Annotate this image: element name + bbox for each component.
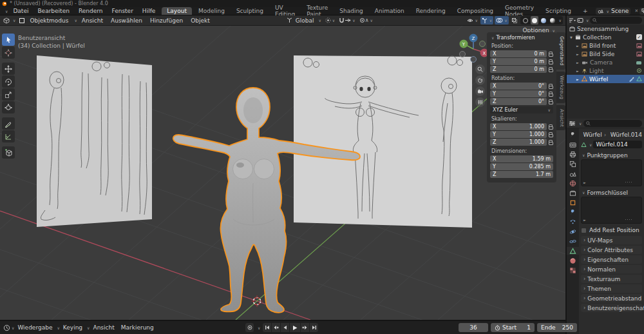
properties-search-input[interactable] [583,120,642,127]
lock-icon[interactable] [549,61,553,64]
tab-compositing[interactable]: Compositing [452,7,498,15]
overlays-toggle[interactable]: ∨ [495,16,508,25]
menu-hinzufuegen[interactable]: Hinzufügen [147,17,186,24]
scale-x-field[interactable]: X1.000 [490,123,547,130]
pivot-point-dropdown[interactable]: ∨ [324,16,336,25]
editor-type-icon[interactable] [3,17,10,24]
tab-modeling[interactable]: Modeling [193,7,230,15]
tool-rotate[interactable] [2,75,15,88]
dimension-y-field[interactable]: Y0.285 m [490,163,553,170]
tab-scene[interactable] [567,170,579,177]
image-data-icon[interactable] [636,43,642,48]
viewport-canvas[interactable]: Z X Y Benutzeransicht (34) Collection | … [0,26,565,320]
shading-rendered-button[interactable] [549,16,556,25]
tab-constraints[interactable] [567,237,579,245]
outliner-search-input[interactable] [590,17,642,24]
lock-icon[interactable] [549,86,553,89]
xray-toggle[interactable] [510,16,519,25]
expand-icon[interactable]: ► [576,44,580,48]
shading-wireframe-button[interactable] [522,16,529,25]
menu-ansicht-timeline[interactable]: Ansicht [90,324,117,331]
rotation-mode-dropdown[interactable]: XYZ Euler∨ [490,106,553,113]
expand-icon[interactable]: ▼ [569,35,573,39]
resize-grip[interactable] [625,219,632,221]
jump-to-start-button[interactable] [263,323,271,332]
tab-world[interactable] [567,179,579,187]
menu-wiedergabe[interactable]: Wiedergabe [14,324,55,331]
outliner-item-camera[interactable]: ► Camera [567,58,644,66]
tool-transform[interactable] [2,101,15,113]
menu-fenster[interactable]: Fenster [108,8,137,14]
tool-measure[interactable] [2,130,15,142]
shading-solid-button[interactable] [531,16,538,25]
toggle-perspective-button[interactable] [475,97,485,107]
transform-orientation-dropdown[interactable]: Global ∨ [285,16,323,25]
rotation-z-field[interactable]: Z0° [490,98,547,105]
panel-color-attributes[interactable]: ›Color Attributes [581,246,642,254]
camera-data-icon[interactable] [636,60,642,65]
outliner-item-bild-side[interactable]: ► Bild Side [567,50,644,58]
tab-sculpting[interactable]: Sculpting [231,7,269,15]
menu-hilfe[interactable]: Hilfe [138,8,159,14]
tab-physics[interactable] [567,228,579,235]
tool-scale[interactable] [2,88,15,101]
panel-geometry-data[interactable]: ›Geometrieabstand [581,294,642,302]
current-frame-field[interactable]: 36 [459,323,488,332]
gizmos-toggle[interactable]: ∨ [480,16,493,25]
panel-uv-maps[interactable]: ›UV-Maps [581,236,642,244]
panel-header-vertex-groups[interactable]: ∨ Punktgruppen [581,151,642,159]
panel-attributes[interactable]: ›Eigenschaften [581,255,642,264]
tab-texture[interactable] [567,266,579,274]
tab-rendering[interactable]: Rendering [411,7,451,15]
tab-particles[interactable] [567,218,579,226]
viewport-3d[interactable]: ∨ Objektmodus∨ Ansicht Auswählen Hinzufü… [0,15,565,320]
shape-keys-list[interactable]: ► [581,197,642,224]
jump-to-end-button[interactable] [310,323,318,332]
sidebar-tab-gegenstand[interactable]: Gegenstand [556,32,565,70]
tab-tool[interactable] [567,131,579,139]
menu-markierung[interactable]: Markierung [118,324,157,331]
rotation-x-field[interactable]: X0° [490,83,547,90]
reference-plane-side[interactable] [37,55,152,227]
tab-scripting[interactable]: Scripting [540,7,576,15]
outliner-item-light[interactable]: ► Light [567,66,644,75]
tab-modifiers[interactable] [567,208,579,216]
proportional-editing-toggle[interactable]: ∧ ∨ [358,16,374,25]
tool-annotate[interactable] [2,117,15,130]
tab-animation[interactable]: Animation [370,7,410,15]
lock-icon[interactable] [549,134,553,137]
mesh-data-icon[interactable] [636,76,642,82]
tab-render[interactable] [567,141,579,148]
menu-ansicht[interactable]: Ansicht [79,17,106,24]
menu-objekt[interactable]: Objekt [187,17,213,24]
menu-datei[interactable]: Datei [9,8,32,14]
camera-view-button[interactable] [475,86,485,96]
prev-frame-button[interactable] [281,323,289,332]
tab-object[interactable] [567,199,579,206]
tool-add-cube[interactable] [2,146,15,159]
dimension-z-field[interactable]: Z1.7 m [490,171,553,178]
play-button[interactable] [290,323,300,332]
display-mode-icon[interactable] [577,17,583,23]
position-x-field[interactable]: X0 m [490,50,547,57]
next-keyframe-button[interactable] [301,323,309,332]
frame-end-field[interactable]: Ende250 [537,323,577,332]
scale-y-field[interactable]: Y1.000 [490,131,547,138]
outliner-item-collection[interactable]: ▼ Collection ✓ [567,33,644,41]
vertex-groups-list[interactable]: ► [581,159,642,186]
show-object-types-dropdown[interactable]: ∨ [466,16,478,25]
tab-layout[interactable]: Layout [162,7,192,15]
panel-custom-properties[interactable]: ›Benutzereigenschaften [581,304,642,312]
collection-checkbox[interactable]: ✓ [636,34,642,40]
rest-position-checkbox[interactable] [581,228,587,233]
scene-selector[interactable]: ∨ Scene [596,8,631,15]
specials-icon[interactable]: ► [583,181,586,184]
menu-rendern[interactable]: Rendern [75,8,107,14]
timeline-editor-icon[interactable] [3,324,10,331]
lock-icon[interactable] [549,69,553,72]
tab-collection[interactable] [567,189,579,197]
tool-select-box[interactable] [2,34,15,46]
panel-texture-space[interactable]: ›Texturraum [581,275,642,283]
outliner-item-scene-collection[interactable]: Szenensammlung [567,25,644,33]
expand-icon[interactable]: ► [576,69,580,73]
